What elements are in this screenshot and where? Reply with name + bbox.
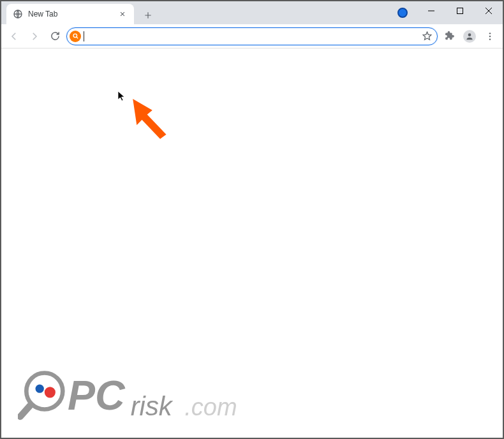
svg-point-9 <box>36 385 44 393</box>
logo-pc-text: PC <box>68 373 126 419</box>
svg-text:risk: risk <box>131 391 174 421</box>
browser-tab[interactable]: New Tab <box>6 4 134 24</box>
forward-button[interactable] <box>26 27 43 45</box>
minimize-button[interactable] <box>417 1 445 20</box>
close-tab-button[interactable] <box>117 9 128 19</box>
logo-dotcom-text: .com <box>184 394 237 420</box>
mouse-cursor-icon <box>117 91 126 102</box>
tab-title: New Tab <box>28 10 112 19</box>
svg-point-5 <box>489 35 491 36</box>
close-window-button[interactable] <box>474 1 503 20</box>
extensions-button[interactable] <box>440 27 458 45</box>
address-bar[interactable] <box>66 27 438 45</box>
url-input[interactable] <box>88 29 417 44</box>
svg-text:.com: .com <box>184 394 237 420</box>
svg-point-4 <box>489 33 491 34</box>
svg-text:PC: PC <box>68 373 126 419</box>
logo-risk-text: risk <box>131 391 174 421</box>
window-controls <box>417 1 503 24</box>
text-caret <box>84 31 84 41</box>
annotation-arrow-icon <box>126 96 170 140</box>
svg-point-10 <box>45 387 56 398</box>
avatar-icon <box>463 30 476 43</box>
profile-button[interactable] <box>461 27 478 45</box>
svg-point-3 <box>468 33 471 36</box>
status-indicator-icon <box>397 8 408 18</box>
back-button[interactable] <box>5 27 23 45</box>
tab-strip: New Tab <box>1 1 397 24</box>
toolbar <box>1 24 503 48</box>
svg-line-8 <box>20 406 30 417</box>
new-tab-button[interactable] <box>139 6 157 24</box>
search-engine-icon <box>70 31 81 42</box>
svg-point-2 <box>73 34 77 38</box>
bookmark-star-icon[interactable] <box>420 30 433 43</box>
pcrisk-logo: PC risk .com <box>18 367 260 428</box>
page-content: PC risk .com <box>1 48 503 438</box>
menu-button[interactable] <box>481 27 499 45</box>
svg-rect-1 <box>457 8 463 14</box>
maximize-button[interactable] <box>445 1 474 20</box>
reload-button[interactable] <box>46 27 64 45</box>
globe-icon <box>13 9 23 19</box>
titlebar: New Tab <box>1 1 503 24</box>
window-status-area <box>397 1 417 24</box>
svg-point-6 <box>489 38 491 40</box>
